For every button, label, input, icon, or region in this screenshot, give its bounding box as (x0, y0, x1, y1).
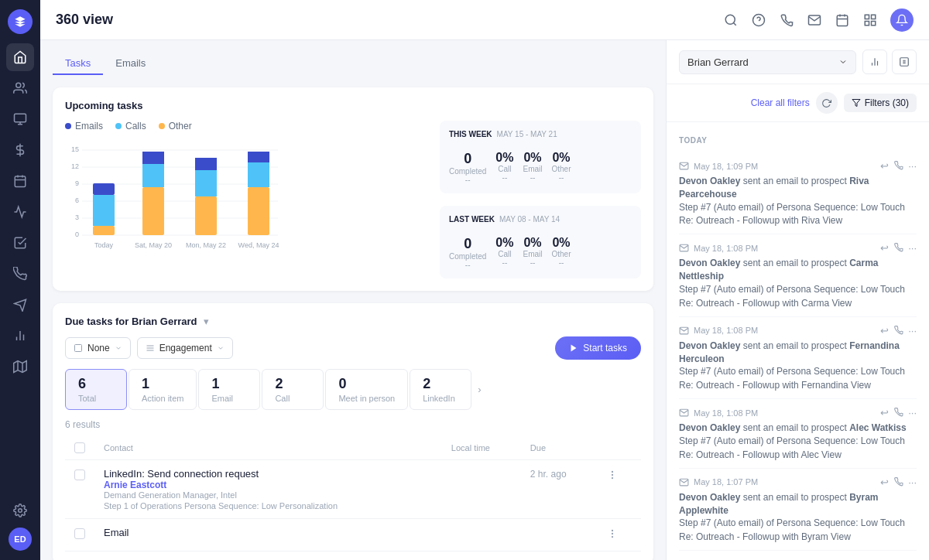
sidebar-item-routes[interactable] (6, 291, 34, 319)
activity-4-view-link[interactable]: View (821, 449, 842, 460)
row-checkbox[interactable] (74, 528, 85, 539)
svg-rect-47 (195, 170, 217, 196)
legend-other: Other (159, 121, 192, 131)
right-panel-header: Brian Gerrard (667, 40, 929, 84)
main-tabs: Tasks Emails (53, 53, 653, 75)
search-icon[interactable] (723, 12, 739, 28)
task-type-email[interactable]: 1 Email (198, 369, 260, 410)
activity-4-more-icon[interactable]: ··· (908, 407, 917, 418)
sidebar-item-map[interactable] (6, 353, 34, 381)
row-more-icon[interactable] (605, 468, 619, 484)
row-more-icon-2[interactable] (605, 527, 619, 543)
sidebar-item-analytics[interactable] (6, 198, 34, 226)
col-due: Due (521, 436, 596, 460)
app-logo[interactable] (8, 9, 33, 34)
tab-emails[interactable]: Emails (103, 53, 158, 75)
filter-none-select[interactable]: None (65, 337, 131, 359)
lw-call-label: Call (495, 250, 513, 258)
grid-icon[interactable] (835, 12, 850, 28)
activity-4-reply-icon[interactable]: ↩ (880, 407, 889, 418)
filter-engagement-select[interactable]: Engagement (137, 337, 233, 359)
col-local-time: Local time (442, 436, 521, 460)
activity-2-detail: Step #7 (Auto email) of Persona Sequence… (679, 283, 917, 296)
sidebar-item-reports[interactable] (6, 322, 34, 350)
this-week-label: THIS WEEK (449, 130, 492, 138)
task-type-call[interactable]: 2 Call (262, 369, 324, 410)
contact-name[interactable]: Arnie Eastcott (104, 480, 433, 490)
activity-1-view-link[interactable]: View (822, 215, 842, 226)
row-contact-cell: LinkedIn: Send connection request Arnie … (94, 460, 442, 519)
activity-1-reply-icon[interactable]: ↩ (880, 160, 889, 172)
sidebar-item-tasks[interactable] (6, 229, 34, 257)
activity-4-subject: Re: Outreach - Followup with Alec View (679, 449, 917, 460)
select-all-checkbox[interactable] (74, 442, 85, 453)
activity-4-text: Devon Oakley sent an email to prospect A… (679, 422, 917, 435)
last-week-stats: LAST WEEK MAY 08 - MAY 14 0 Completed -- (440, 206, 641, 278)
task-type-meet[interactable]: 0 Meet in person (325, 369, 408, 410)
last-week-label: LAST WEEK (449, 215, 495, 224)
action-label: Action item (142, 394, 183, 403)
task-type-total[interactable]: 6 Total (65, 369, 127, 410)
activity-2-phone-icon[interactable] (893, 242, 903, 252)
activity-5-view-link[interactable]: View (831, 531, 851, 542)
activity-3-text: Devon Oakley sent an email to prospect F… (679, 340, 917, 366)
task-type-linkedin[interactable]: 2 LinkedIn (410, 369, 471, 410)
lw-email-sub: -- (523, 258, 542, 267)
col-actions (596, 436, 641, 460)
total-label: Total (78, 394, 114, 403)
activity-1-more-icon[interactable]: ··· (908, 160, 917, 172)
apps-icon[interactable] (862, 12, 878, 28)
sidebar-item-phone[interactable] (6, 260, 34, 288)
lw-email-pct: 0% (523, 236, 542, 250)
sidebar-item-calendar[interactable] (6, 167, 34, 195)
start-tasks-button[interactable]: Start tasks (555, 336, 641, 360)
task-type-action[interactable]: 1 Action item (129, 369, 197, 410)
due-tasks-filter-icon[interactable]: ▾ (204, 316, 209, 327)
email-type-label: Email (211, 394, 247, 403)
lw-other-pct: 0% (552, 236, 571, 250)
activity-3-phone-icon[interactable] (893, 325, 903, 335)
activity-1-phone-icon[interactable] (893, 160, 903, 170)
svg-text:Today: Today (94, 241, 114, 249)
activity-2-more-icon[interactable]: ··· (908, 242, 917, 254)
lw-other-sub: -- (552, 258, 571, 267)
sidebar-item-home[interactable] (6, 43, 34, 71)
sidebar-item-money[interactable] (6, 136, 34, 164)
contact-select-dropdown[interactable]: Brian Gerrard (679, 50, 856, 74)
svg-rect-50 (248, 187, 269, 235)
clear-all-filters[interactable]: Clear all filters (751, 97, 810, 108)
notification-icon[interactable] (890, 9, 914, 32)
task-types-next[interactable]: › (473, 369, 485, 410)
sidebar-item-settings[interactable] (6, 497, 34, 524)
mail-icon[interactable] (807, 12, 822, 28)
this-week-stat-row: 0 Completed -- 0% Call -- (449, 151, 632, 184)
chart-view-button[interactable] (862, 50, 887, 74)
activity-4-email-icon (679, 408, 689, 418)
tab-tasks[interactable]: Tasks (53, 53, 103, 75)
svg-rect-23 (872, 15, 876, 19)
activity-5-more-icon[interactable]: ··· (908, 476, 917, 488)
activity-4-time: May 18, 1:08 PM (694, 408, 758, 418)
refresh-button[interactable] (816, 92, 838, 114)
sequence-info: Step 1 of Operations Persona Sequence: L… (104, 501, 433, 510)
user-avatar[interactable]: ED (9, 528, 32, 551)
row-checkbox[interactable] (74, 470, 85, 480)
last-week-stat-row: 0 Completed -- 0% Call -- (449, 236, 632, 269)
activity-2-view-link[interactable]: View (831, 298, 852, 309)
filters-badge[interactable]: Filters (30) (844, 94, 917, 112)
activity-5-reply-icon[interactable]: ↩ (880, 476, 889, 488)
activity-3-more-icon[interactable]: ··· (908, 325, 917, 336)
meet-count: 0 (338, 376, 395, 392)
activity-3-reply-icon[interactable]: ↩ (880, 325, 889, 336)
activity-3-view-link[interactable]: View (851, 380, 871, 391)
activity-2-reply-icon[interactable]: ↩ (880, 242, 889, 254)
phone-icon[interactable] (779, 12, 794, 28)
activity-4-phone-icon[interactable] (893, 407, 903, 417)
sidebar-item-people[interactable] (6, 74, 34, 102)
help-icon[interactable] (751, 12, 766, 28)
sidebar-item-deals[interactable] (6, 105, 34, 133)
lw-completed-sub: -- (449, 261, 486, 269)
list-view-button[interactable] (892, 50, 917, 74)
contact-title: Demand Generation Manager, Intel (104, 490, 433, 500)
activity-5-phone-icon[interactable] (893, 476, 903, 487)
